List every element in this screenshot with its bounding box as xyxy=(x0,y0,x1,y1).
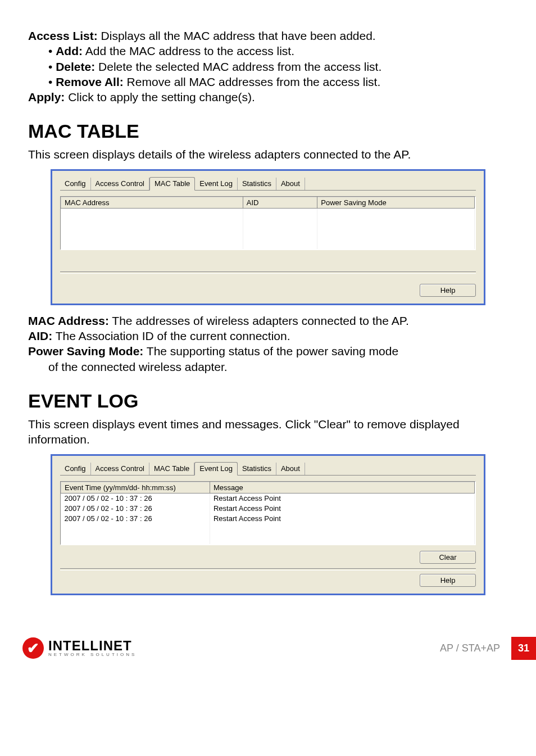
access-list-label: Access List: xyxy=(28,29,98,42)
intro-block: Access List: Displays all the MAC addres… xyxy=(28,28,508,105)
psm-label: Power Saving Mode: xyxy=(28,345,143,357)
table-row[interactable]: 2007 / 05 / 02 - 10 : 37 : 26 Restart Ac… xyxy=(61,493,475,504)
event-time-cell: 2007 / 05 / 02 - 10 : 37 : 26 xyxy=(61,504,210,514)
divider xyxy=(60,568,476,571)
tab-statistics[interactable]: Statistics xyxy=(238,178,276,190)
col-message[interactable]: Message xyxy=(210,482,474,493)
apply-label: Apply: xyxy=(28,90,65,103)
psm-text2: of the connected wireless adapter. xyxy=(48,360,228,373)
add-text: Add the MAC address to the access list. xyxy=(83,44,294,57)
clear-button[interactable]: Clear xyxy=(420,551,476,564)
check-icon: ✔ xyxy=(22,637,44,659)
delete-text: Delete the selected MAC address from the… xyxy=(95,60,381,73)
aid-text: The Association ID of the current connec… xyxy=(52,329,290,342)
table-row xyxy=(61,208,475,219)
event-log-heading: EVENT LOG xyxy=(28,390,508,412)
apply-text: Click to apply the setting change(s). xyxy=(65,90,255,103)
tab-statistics[interactable]: Statistics xyxy=(238,463,276,475)
add-label: Add: xyxy=(56,44,83,57)
help-button[interactable]: Help xyxy=(420,574,476,587)
remove-all-text: Remove all MAC addresses from the access… xyxy=(124,75,381,88)
event-log-dialog: Config Access Control MAC Table Event Lo… xyxy=(51,454,485,595)
mac-table-grid[interactable]: MAC Address AID Power Saving Mode xyxy=(60,196,476,250)
event-log-tabstrip: Config Access Control MAC Table Event Lo… xyxy=(60,461,476,476)
table-row xyxy=(61,524,475,534)
table-row[interactable]: 2007 / 05 / 02 - 10 : 37 : 26 Restart Ac… xyxy=(61,504,475,514)
help-button[interactable]: Help xyxy=(420,284,476,297)
aid-label: AID: xyxy=(28,329,52,342)
event-time-cell: 2007 / 05 / 02 - 10 : 37 : 26 xyxy=(61,514,210,524)
event-msg-cell: Restart Access Point xyxy=(210,504,474,514)
mac-address-text: The addresses of wireless adapters conne… xyxy=(109,314,409,327)
delete-label: Delete: xyxy=(56,60,95,73)
mac-table-heading: MAC TABLE xyxy=(28,120,508,142)
footer-section: AP / STA+AP xyxy=(440,642,500,654)
tab-event-log[interactable]: Event Log xyxy=(194,462,238,476)
col-power-saving[interactable]: Power Saving Mode xyxy=(317,197,475,208)
tab-about[interactable]: About xyxy=(276,178,305,190)
access-list-text: Displays all the MAC address that have b… xyxy=(98,29,376,42)
event-time-cell: 2007 / 05 / 02 - 10 : 37 : 26 xyxy=(61,493,210,504)
tab-event-log[interactable]: Event Log xyxy=(195,178,238,190)
page-footer: ✔ INTELLINET NETWORK SOLUTIONS AP / STA+… xyxy=(0,614,536,671)
event-msg-cell: Restart Access Point xyxy=(210,514,474,524)
table-row xyxy=(61,534,475,544)
tab-about[interactable]: About xyxy=(276,463,305,475)
event-log-grid[interactable]: Event Time (yy/mm/dd- hh:mm:ss) Message … xyxy=(60,481,476,545)
page-number: 31 xyxy=(511,637,536,660)
col-event-time[interactable]: Event Time (yy/mm/dd- hh:mm:ss) xyxy=(61,482,210,493)
tab-mac-table[interactable]: MAC Table xyxy=(149,177,195,191)
event-msg-cell: Restart Access Point xyxy=(210,493,474,504)
tab-config[interactable]: Config xyxy=(60,463,91,475)
col-aid[interactable]: AID xyxy=(243,197,317,208)
table-row xyxy=(61,229,475,239)
tab-config[interactable]: Config xyxy=(60,178,91,190)
divider xyxy=(60,271,476,274)
tab-access-control[interactable]: Access Control xyxy=(91,178,149,190)
mac-table-desc: This screen displays details of the wire… xyxy=(28,147,508,162)
table-row xyxy=(61,239,475,249)
mac-table-dialog: Config Access Control MAC Table Event Lo… xyxy=(51,169,485,305)
psm-text1: The supporting status of the power savin… xyxy=(143,345,398,357)
mac-table-field-desc: MAC Address: The addresses of wireless a… xyxy=(28,313,508,374)
table-row xyxy=(61,219,475,229)
brand-logo: ✔ INTELLINET NETWORK SOLUTIONS xyxy=(22,637,137,659)
mac-address-label: MAC Address: xyxy=(28,314,109,327)
tab-access-control[interactable]: Access Control xyxy=(91,463,149,475)
mac-table-tabstrip: Config Access Control MAC Table Event Lo… xyxy=(60,176,476,191)
brand-name: INTELLINET xyxy=(48,639,137,653)
col-mac-address[interactable]: MAC Address xyxy=(61,197,243,208)
table-row[interactable]: 2007 / 05 / 02 - 10 : 37 : 26 Restart Ac… xyxy=(61,514,475,524)
brand-tagline: NETWORK SOLUTIONS xyxy=(48,653,137,657)
remove-all-label: Remove All: xyxy=(56,75,124,88)
event-log-desc: This screen displays event times and mes… xyxy=(28,417,508,447)
tab-mac-table[interactable]: MAC Table xyxy=(149,463,194,475)
